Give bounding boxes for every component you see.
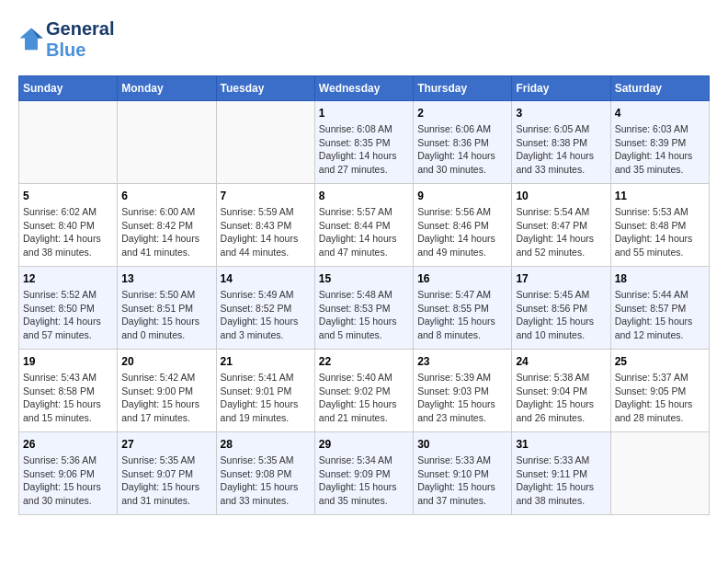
calendar-cell: 25Sunrise: 5:37 AM Sunset: 9:05 PM Dayli… xyxy=(610,350,709,432)
day-info: Sunrise: 5:49 AM Sunset: 8:52 PM Dayligh… xyxy=(221,288,311,342)
calendar-cell xyxy=(118,101,216,184)
calendar-cell: 27Sunrise: 5:35 AM Sunset: 9:07 PM Dayli… xyxy=(118,432,216,515)
day-info: Sunrise: 5:48 AM Sunset: 8:53 PM Dayligh… xyxy=(319,288,409,342)
day-info: Sunrise: 6:03 AM Sunset: 8:39 PM Dayligh… xyxy=(615,122,705,177)
day-number: 31 xyxy=(516,438,606,451)
day-header-saturday: Saturday xyxy=(610,76,709,101)
calendar-cell xyxy=(610,432,709,515)
calendar-cell: 12Sunrise: 5:52 AM Sunset: 8:50 PM Dayli… xyxy=(19,267,118,350)
day-number: 8 xyxy=(319,190,409,202)
calendar-cell: 26Sunrise: 5:36 AM Sunset: 9:06 PM Dayli… xyxy=(19,432,118,515)
day-info: Sunrise: 5:56 AM Sunset: 8:46 PM Dayligh… xyxy=(417,205,507,259)
calendar-cell: 18Sunrise: 5:44 AM Sunset: 8:57 PM Dayli… xyxy=(610,267,709,350)
calendar-cell: 31Sunrise: 5:33 AM Sunset: 9:11 PM Dayli… xyxy=(512,432,610,515)
day-number: 20 xyxy=(121,355,211,368)
day-info: Sunrise: 5:33 AM Sunset: 9:11 PM Dayligh… xyxy=(516,454,606,508)
day-info: Sunrise: 5:59 AM Sunset: 8:43 PM Dayligh… xyxy=(221,205,311,259)
calendar-cell: 10Sunrise: 5:54 AM Sunset: 8:47 PM Dayli… xyxy=(512,184,610,267)
day-number: 21 xyxy=(221,355,311,368)
week-row-5: 26Sunrise: 5:36 AM Sunset: 9:06 PM Dayli… xyxy=(19,432,710,515)
calendar-cell: 3Sunrise: 6:05 AM Sunset: 8:38 PM Daylig… xyxy=(512,101,610,184)
day-header-thursday: Thursday xyxy=(414,76,512,101)
calendar-cell: 14Sunrise: 5:49 AM Sunset: 8:52 PM Dayli… xyxy=(216,267,314,350)
day-number: 5 xyxy=(23,190,113,202)
day-number: 1 xyxy=(319,107,409,120)
calendar-cell: 9Sunrise: 5:56 AM Sunset: 8:46 PM Daylig… xyxy=(414,184,512,267)
day-number: 25 xyxy=(615,355,705,368)
day-info: Sunrise: 5:35 AM Sunset: 9:07 PM Dayligh… xyxy=(121,454,211,508)
day-info: Sunrise: 5:35 AM Sunset: 9:08 PM Dayligh… xyxy=(221,454,311,508)
day-number: 18 xyxy=(615,272,705,285)
calendar-cell: 29Sunrise: 5:34 AM Sunset: 9:09 PM Dayli… xyxy=(314,432,413,515)
calendar-cell: 2Sunrise: 6:06 AM Sunset: 8:36 PM Daylig… xyxy=(414,101,512,184)
week-row-1: 1Sunrise: 6:08 AM Sunset: 8:35 PM Daylig… xyxy=(19,101,710,184)
logo: General Blue xyxy=(18,18,114,61)
day-info: Sunrise: 5:41 AM Sunset: 9:01 PM Dayligh… xyxy=(221,371,311,425)
calendar-cell: 4Sunrise: 6:03 AM Sunset: 8:39 PM Daylig… xyxy=(610,101,709,184)
day-number: 22 xyxy=(319,355,409,368)
day-number: 24 xyxy=(516,355,606,368)
day-info: Sunrise: 6:08 AM Sunset: 8:35 PM Dayligh… xyxy=(319,122,409,177)
day-number: 10 xyxy=(516,190,606,202)
day-header-wednesday: Wednesday xyxy=(314,76,413,101)
day-number: 17 xyxy=(516,272,606,285)
calendar-cell: 19Sunrise: 5:43 AM Sunset: 8:58 PM Dayli… xyxy=(19,350,118,432)
day-header-monday: Monday xyxy=(118,76,216,101)
day-info: Sunrise: 5:50 AM Sunset: 8:51 PM Dayligh… xyxy=(121,288,211,342)
day-info: Sunrise: 6:06 AM Sunset: 8:36 PM Dayligh… xyxy=(417,122,507,177)
calendar-cell: 17Sunrise: 5:45 AM Sunset: 8:56 PM Dayli… xyxy=(512,267,610,350)
day-info: Sunrise: 5:53 AM Sunset: 8:48 PM Dayligh… xyxy=(615,205,705,259)
day-info: Sunrise: 5:36 AM Sunset: 9:06 PM Dayligh… xyxy=(23,454,113,508)
day-header-friday: Friday xyxy=(512,76,610,101)
day-header-sunday: Sunday xyxy=(19,76,118,101)
week-row-4: 19Sunrise: 5:43 AM Sunset: 8:58 PM Dayli… xyxy=(19,350,710,432)
day-number: 16 xyxy=(417,272,507,285)
day-info: Sunrise: 5:57 AM Sunset: 8:44 PM Dayligh… xyxy=(319,205,409,259)
day-number: 13 xyxy=(121,272,211,285)
day-info: Sunrise: 5:42 AM Sunset: 9:00 PM Dayligh… xyxy=(121,371,211,425)
calendar-cell: 24Sunrise: 5:38 AM Sunset: 9:04 PM Dayli… xyxy=(512,350,610,432)
calendar-cell: 28Sunrise: 5:35 AM Sunset: 9:08 PM Dayli… xyxy=(216,432,314,515)
week-row-2: 5Sunrise: 6:02 AM Sunset: 8:40 PM Daylig… xyxy=(19,184,710,267)
day-number: 2 xyxy=(417,107,507,120)
calendar-cell xyxy=(216,101,314,184)
calendar-cell xyxy=(19,101,118,184)
day-number: 11 xyxy=(615,190,705,202)
day-number: 30 xyxy=(417,438,507,451)
day-info: Sunrise: 5:33 AM Sunset: 9:10 PM Dayligh… xyxy=(417,454,507,508)
calendar-cell: 8Sunrise: 5:57 AM Sunset: 8:44 PM Daylig… xyxy=(314,184,413,267)
day-info: Sunrise: 5:45 AM Sunset: 8:56 PM Dayligh… xyxy=(516,288,606,342)
day-number: 15 xyxy=(319,272,409,285)
day-number: 26 xyxy=(23,438,113,451)
logo-icon xyxy=(18,27,44,52)
calendar-cell: 21Sunrise: 5:41 AM Sunset: 9:01 PM Dayli… xyxy=(216,350,314,432)
calendar-cell: 7Sunrise: 5:59 AM Sunset: 8:43 PM Daylig… xyxy=(216,184,314,267)
day-info: Sunrise: 5:34 AM Sunset: 9:09 PM Dayligh… xyxy=(319,454,409,508)
day-number: 27 xyxy=(121,438,211,451)
day-number: 23 xyxy=(417,355,507,368)
svg-marker-0 xyxy=(19,28,42,50)
calendar-cell: 22Sunrise: 5:40 AM Sunset: 9:02 PM Dayli… xyxy=(314,350,413,432)
day-number: 9 xyxy=(417,190,507,202)
calendar-cell: 16Sunrise: 5:47 AM Sunset: 8:55 PM Dayli… xyxy=(414,267,512,350)
day-info: Sunrise: 5:47 AM Sunset: 8:55 PM Dayligh… xyxy=(417,288,507,342)
day-info: Sunrise: 6:02 AM Sunset: 8:40 PM Dayligh… xyxy=(23,205,113,259)
day-number: 4 xyxy=(615,107,705,120)
day-number: 7 xyxy=(221,190,311,202)
day-number: 28 xyxy=(221,438,311,451)
day-number: 6 xyxy=(121,190,211,202)
day-info: Sunrise: 5:37 AM Sunset: 9:05 PM Dayligh… xyxy=(615,371,705,425)
day-info: Sunrise: 5:40 AM Sunset: 9:02 PM Dayligh… xyxy=(319,371,409,425)
calendar-cell: 20Sunrise: 5:42 AM Sunset: 9:00 PM Dayli… xyxy=(118,350,216,432)
day-number: 3 xyxy=(516,107,606,120)
day-info: Sunrise: 5:52 AM Sunset: 8:50 PM Dayligh… xyxy=(23,288,113,342)
week-row-3: 12Sunrise: 5:52 AM Sunset: 8:50 PM Dayli… xyxy=(19,267,710,350)
day-info: Sunrise: 5:43 AM Sunset: 8:58 PM Dayligh… xyxy=(23,371,113,425)
day-info: Sunrise: 6:00 AM Sunset: 8:42 PM Dayligh… xyxy=(121,205,211,259)
day-info: Sunrise: 5:54 AM Sunset: 8:47 PM Dayligh… xyxy=(516,205,606,259)
calendar-cell: 11Sunrise: 5:53 AM Sunset: 8:48 PM Dayli… xyxy=(610,184,709,267)
calendar-cell: 23Sunrise: 5:39 AM Sunset: 9:03 PM Dayli… xyxy=(414,350,512,432)
day-info: Sunrise: 5:39 AM Sunset: 9:03 PM Dayligh… xyxy=(417,371,507,425)
page-header: General Blue xyxy=(18,18,710,61)
day-number: 19 xyxy=(23,355,113,368)
